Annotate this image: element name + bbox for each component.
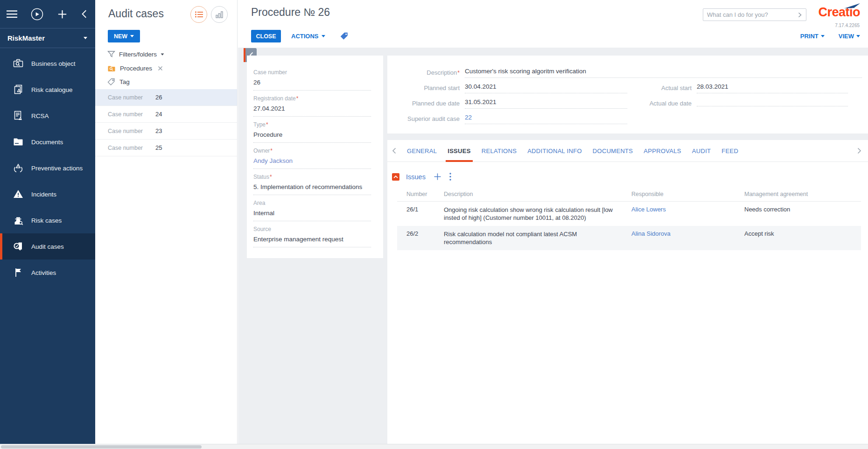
tabs-scroll-right-button[interactable]	[857, 147, 861, 154]
sidebar-item-risk-cases[interactable]: Risk cases	[0, 207, 95, 233]
required-marker: *	[270, 174, 272, 180]
field-value[interactable]: Procedure	[253, 131, 371, 143]
chevron-left-icon	[81, 9, 87, 19]
tab-additional-info[interactable]: ADDITIONAL INFO	[527, 140, 582, 161]
actual-start-value[interactable]: 28.03.2021	[697, 83, 848, 93]
field-row: Superior audit case 22	[387, 114, 868, 127]
tab-relations[interactable]: RELATIONS	[482, 140, 517, 161]
field-label: Superior audit case	[394, 115, 460, 122]
list-view-button[interactable]	[190, 6, 207, 23]
sidebar-item-risk-catalogue[interactable]: Risk catalogue	[0, 77, 95, 103]
tab-audit[interactable]: AUDIT	[692, 140, 711, 161]
tab-issues[interactable]: ISSUES	[448, 140, 470, 161]
description-value[interactable]: Customer's risk scoring algoritm verific…	[465, 68, 862, 78]
hamburger-menu-button[interactable]	[7, 10, 17, 18]
search-input[interactable]	[703, 11, 794, 18]
collapse-sidebar-button[interactable]	[81, 9, 87, 19]
activities-flag-icon	[11, 267, 25, 279]
sidebar-item-business-object[interactable]: Business object	[0, 50, 95, 77]
issues-table-header: Number Description Responsible Managemen…	[397, 189, 861, 202]
tag-filter[interactable]: Tag	[107, 78, 130, 85]
list-item[interactable]: Case number 25	[95, 140, 237, 156]
sidebar-item-documents[interactable]: Documents	[0, 129, 95, 155]
issues-section-header: Issues	[392, 173, 453, 181]
sidebar-item-rcsa[interactable]: RCSA	[0, 103, 95, 129]
workspace-selector[interactable]: RiskMaster	[0, 28, 95, 48]
list-item-label: Case number	[108, 94, 155, 101]
responsible-link[interactable]: Alice Lowers	[631, 206, 739, 213]
field-label: Owner	[253, 147, 270, 154]
tabs-scroll-left-button[interactable]	[392, 147, 396, 154]
sidebar-item-audit-cases[interactable]: Audit cases	[0, 233, 95, 260]
horizontal-scrollbar[interactable]	[0, 444, 868, 449]
search-submit-button[interactable]	[794, 12, 806, 18]
version-label: 7.17.4.2265	[835, 23, 860, 28]
responsible-link[interactable]: Alina Sidorova	[631, 230, 739, 237]
sidebar-item-activities[interactable]: Activities	[0, 260, 95, 286]
tab-approvals[interactable]: APPROVALS	[644, 140, 681, 161]
field-value[interactable]: 26	[253, 79, 371, 91]
chevron-down-icon	[161, 53, 164, 55]
tab-feed[interactable]: FEED	[721, 140, 738, 161]
tab-documents[interactable]: DOCUMENTS	[593, 140, 633, 161]
active-folder-chip[interactable]: Procedures	[108, 65, 163, 72]
add-issue-button[interactable]	[434, 173, 441, 180]
column-header-description[interactable]: Description	[444, 191, 473, 197]
list-view-icon	[195, 11, 203, 18]
tab-label: APPROVALS	[644, 147, 681, 154]
field-value[interactable]: 27.04.2021	[253, 105, 371, 117]
planned-due-value[interactable]: 31.05.2021	[465, 98, 627, 109]
plus-icon	[57, 9, 68, 20]
section-title: Audit cases	[108, 7, 164, 20]
field-value[interactable]: Enterprise management request	[253, 236, 371, 247]
tag-label: Tag	[119, 78, 130, 85]
tab-general[interactable]: GENERAL	[407, 140, 437, 161]
tab-label: ADDITIONAL INFO	[527, 147, 582, 154]
required-marker: *	[266, 121, 268, 128]
new-record-button[interactable]: NEW	[108, 30, 140, 42]
list-item-label: Case number	[108, 145, 155, 151]
record-header: Procedure № 26 CLOSE ACTIONS Creatio 7.1…	[238, 0, 868, 48]
actions-button[interactable]: ACTIONS	[291, 30, 325, 42]
list-item[interactable]: Case number 24	[95, 106, 237, 123]
list-item[interactable]: Case number 26	[95, 89, 237, 106]
list-item-label: Case number	[108, 111, 155, 118]
record-profile-panel: Case number 26 Registration date* 27.04.…	[247, 56, 383, 258]
remove-folder-filter-button[interactable]	[158, 66, 163, 71]
sidebar-item-preventive-actions[interactable]: Preventive actions	[0, 155, 95, 181]
close-button[interactable]: CLOSE	[251, 30, 281, 42]
analytics-view-button[interactable]	[211, 6, 228, 23]
scrollbar-thumb[interactable]	[1, 445, 202, 449]
list-item[interactable]: Case number 23	[95, 123, 237, 140]
column-header-agreement[interactable]: Management agreement	[744, 191, 808, 197]
active-tab-indicator	[446, 160, 472, 162]
run-process-button[interactable]	[31, 8, 43, 21]
column-header-responsible[interactable]: Responsible	[631, 191, 664, 197]
table-row[interactable]: 26/2 Risk calculation model not complian…	[397, 226, 861, 250]
filter-icon	[107, 50, 115, 58]
field-status: Status* 5. Implementation of recommendat…	[253, 172, 377, 195]
logo-swoosh-icon	[844, 3, 860, 9]
filters-folders-menu[interactable]: Filters/folders	[107, 50, 164, 58]
view-button[interactable]: VIEW	[839, 33, 860, 40]
sidebar-item-incidents[interactable]: Incidents	[0, 181, 95, 207]
field-value[interactable]: 5. Implementation of recommendations	[253, 183, 371, 195]
chevron-down-icon	[856, 35, 860, 37]
chevron-down-icon	[821, 35, 825, 37]
column-header-number[interactable]: Number	[406, 191, 427, 197]
superior-audit-case-link[interactable]: 22	[465, 114, 627, 124]
tab-bar: GENERAL ISSUES RELATIONS ADDITIONAL INFO…	[387, 140, 868, 162]
issues-menu-button[interactable]	[448, 173, 453, 181]
collapse-issues-button[interactable]	[392, 173, 399, 181]
record-page: Procedure № 26 CLOSE ACTIONS Creatio 7.1…	[238, 0, 868, 444]
record-tags-button[interactable]	[340, 32, 349, 42]
actual-due-value[interactable]	[697, 98, 848, 106]
owner-link[interactable]: Andy Jackson	[253, 157, 371, 169]
field-type: Type* Procedure	[253, 120, 377, 143]
planned-start-value[interactable]: 30.04.2021	[465, 83, 627, 93]
quick-add-button[interactable]	[57, 9, 68, 20]
print-button[interactable]: PRINT	[800, 33, 825, 40]
field-value[interactable]: Internal	[253, 210, 371, 221]
sidebar-item-label: Audit cases	[31, 243, 84, 251]
table-row[interactable]: 26/1 Ongoing risk calculation show wrong…	[397, 202, 861, 226]
